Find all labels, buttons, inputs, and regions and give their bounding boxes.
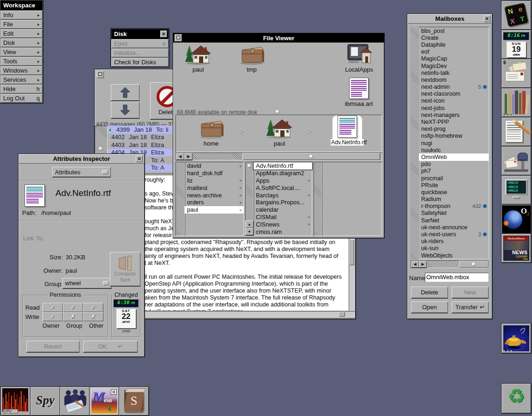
file-viewer-titlebar[interactable]: File Viewer [173, 33, 384, 43]
menu-item[interactable]: Services ▸ [0, 75, 42, 84]
perm-read-owner[interactable]: ✓ [42, 303, 63, 312]
file-icon-ibmsaa[interactable]: ibmsaa.art [343, 78, 375, 107]
mailbox-item[interactable]: next-admin 5 [419, 84, 489, 91]
menu-item[interactable]: Check for Disks [111, 58, 169, 67]
mailbox-item[interactable]: MagicDev [419, 62, 489, 69]
column-scrollbar[interactable] [314, 162, 322, 236]
close-icon[interactable]: ✕ [484, 15, 490, 22]
scroll-track[interactable] [427, 261, 459, 268]
mailbox-item[interactable]: Create [419, 34, 489, 41]
perm-write-group[interactable]: ✗ [63, 312, 83, 321]
mail-up-button[interactable] [111, 84, 139, 101]
delete-button[interactable]: Delete [411, 287, 448, 298]
mailbox-item[interactable]: bbs_post [419, 27, 489, 34]
browser-item[interactable]: CISMail ▹ [254, 214, 312, 221]
scroll-thumb[interactable] [242, 153, 380, 160]
dock-tile-workspace[interactable]: NeXT [502, 1, 531, 30]
app-tile-mesa[interactable]: M esa II [90, 387, 119, 416]
mailbox-item[interactable]: nextdoom [419, 76, 489, 83]
mailbox-item[interactable]: eof [419, 49, 489, 55]
new-button[interactable]: New [452, 287, 489, 298]
scroll-right-button[interactable]: ▶ [419, 261, 427, 268]
workspace-menu-title[interactable]: Workspace [0, 0, 42, 10]
column-scrollbar[interactable]: ▲ ▼ [245, 162, 254, 236]
mailbox-item[interactable]: r-thompson 432 [419, 203, 489, 210]
mailbox-item[interactable]: nugi [419, 140, 489, 147]
mailbox-item[interactable]: Radium [419, 196, 489, 203]
mailbox-item[interactable]: uk-next-announce [419, 224, 489, 231]
mailbox-item[interactable]: WebObjects [419, 252, 489, 259]
browser-item[interactable]: david ▹ [185, 162, 244, 170]
menu-item[interactable]: File ▸ [0, 20, 42, 29]
scroll-knob[interactable] [248, 164, 251, 168]
mail-down-button[interactable] [111, 102, 139, 118]
mailbox-item[interactable]: next-managers [419, 111, 489, 118]
scroll-left-button[interactable]: ◀ [411, 261, 419, 268]
menu-item[interactable]: Hide h ▸ [0, 85, 42, 93]
shelf-item-home[interactable]: home [194, 117, 228, 147]
mailbox-item[interactable]: uk-sun [419, 245, 489, 252]
perm-write-owner[interactable]: ✓ [42, 312, 63, 321]
dock-tile-mail[interactable]: 6 [502, 59, 531, 88]
disk-menu-titlebar[interactable]: Disk ✕ [111, 29, 169, 39]
mailbox-item[interactable]: ph7 [419, 168, 489, 175]
browser-item[interactable]: CISnews ▹ [254, 220, 312, 228]
menu-item[interactable]: Eject e [111, 39, 169, 48]
mailbox-item[interactable]: NeXT-PPP [419, 118, 489, 125]
dock-tile-genie[interactable]: • • • [502, 324, 531, 353]
group-popup[interactable]: wheel [62, 278, 112, 288]
shelf-resize-knob[interactable] [276, 110, 279, 114]
mailbox-item[interactable]: next-jobs [419, 104, 489, 111]
mailbox-item[interactable]: Dataphile [419, 41, 489, 48]
browser-item[interactable]: calendar ▹ [254, 206, 312, 214]
mailbox-item[interactable]: MagicCap [419, 55, 489, 62]
menu-item[interactable]: Windows ▸ [0, 66, 42, 75]
dock-tile-clock[interactable]: 8:16 PM SUN 19 JAN [502, 30, 531, 59]
app-tile-spy[interactable]: Spy [30, 387, 60, 416]
app-tile-meeting[interactable] [60, 387, 90, 416]
menu-item[interactable]: Edit ▸ [0, 29, 42, 38]
open-button[interactable]: Open [411, 301, 448, 313]
dock-tile-news[interactable]: RadicalNews NEWS Update [502, 234, 531, 263]
scroll-up-button[interactable]: ▲ [245, 220, 254, 228]
mailbox-item[interactable]: next-classroom [419, 91, 489, 98]
mailbox-item[interactable]: nuukvic [419, 147, 489, 153]
menu-item[interactable]: Tools ▸ [0, 57, 42, 66]
scroll-left-button[interactable]: ◀ [176, 153, 184, 160]
browser-item[interactable]: liz ▹ [185, 177, 244, 184]
revert-button[interactable]: Revert [26, 341, 79, 352]
inspector-mode-popup[interactable]: Attributes [52, 167, 111, 177]
menu-item[interactable]: Info ▸ [0, 11, 42, 19]
mailbox-item[interactable]: uk-next-users 3 [419, 231, 489, 238]
mailboxes-titlebar[interactable]: Mailboxes [407, 14, 492, 24]
app-tile-dictionary[interactable]: S [119, 387, 149, 416]
browser-item[interactable]: Adv.NetInfo.rtf ▹ [254, 162, 312, 170]
dock-tile-librarian[interactable]: • • • [502, 88, 531, 117]
mailbox-item[interactable]: next-prog [419, 126, 489, 133]
mailbox-item[interactable]: PRsite [419, 182, 489, 189]
perm-write-other[interactable]: ✗ [83, 312, 103, 321]
perm-read-group[interactable]: ✓ [63, 303, 83, 312]
mailbox-item[interactable]: netinfo-talk [419, 69, 489, 76]
mailbox-item[interactable]: OmniWeb [419, 153, 489, 160]
ok-button[interactable]: OK ↵ [83, 341, 138, 352]
mailbox-item[interactable]: quickbase [419, 189, 489, 196]
perm-read-other[interactable]: ✓ [83, 303, 103, 312]
column-scrollbar[interactable] [175, 162, 185, 236]
close-icon[interactable]: ✕ [136, 155, 143, 162]
scroll-down-button[interactable]: ▼ [245, 228, 254, 235]
transfer-button[interactable]: Transfer ↵ [452, 301, 489, 313]
mailbox-item[interactable]: SafetyNet [419, 210, 489, 217]
browser-item[interactable]: orders ▹ [185, 199, 244, 206]
browser-item[interactable]: A.SoftPC.local.... ▹ [254, 184, 312, 191]
browser-item[interactable]: mailtest ▹ [185, 184, 244, 191]
mailbox-item[interactable]: nsfip-homebrew [419, 133, 489, 140]
mailbox-list-scrollbar[interactable] [411, 27, 419, 259]
compute-size-button[interactable]: Compute Size [110, 252, 140, 286]
file-icon-localapps[interactable]: LocalApps [342, 43, 376, 73]
miniaturize-button[interactable] [97, 71, 104, 78]
mailbox-item[interactable]: next-icon [419, 98, 489, 104]
scroll-thumb[interactable] [339, 312, 345, 317]
miniaturize-button[interactable] [175, 34, 182, 42]
name-input[interactable]: OmniWeb.mbox [425, 273, 489, 282]
